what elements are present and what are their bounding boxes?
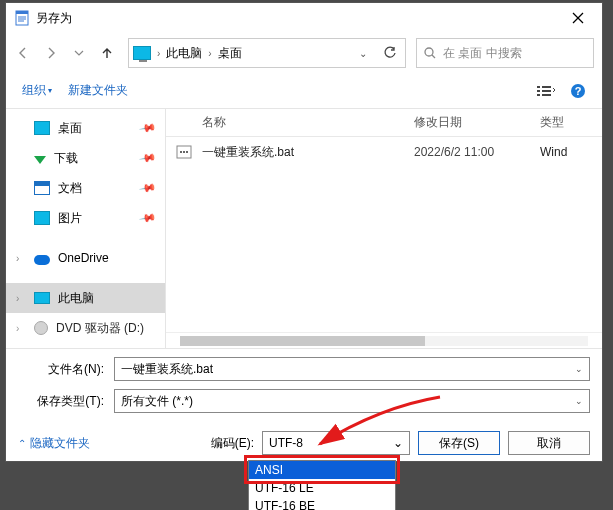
close-icon xyxy=(572,12,584,24)
sidebar-item-downloads[interactable]: 下载📌 xyxy=(6,143,165,173)
dialog-title: 另存为 xyxy=(36,10,556,27)
document-icon xyxy=(34,181,50,195)
refresh-button[interactable] xyxy=(379,42,401,64)
sidebar-item-desktop[interactable]: 桌面📌 xyxy=(6,113,165,143)
back-icon xyxy=(16,46,30,60)
file-type: Wind xyxy=(540,145,602,159)
encoding-select[interactable]: UTF-8⌄ xyxy=(262,431,410,455)
svg-rect-12 xyxy=(542,90,551,92)
chevron-right-icon: › xyxy=(208,48,211,59)
back-button[interactable] xyxy=(10,40,36,66)
toolbar: 组织▾ 新建文件夹 ? xyxy=(6,73,602,109)
file-list-header: 名称 修改日期 类型 xyxy=(166,109,602,137)
recent-button[interactable] xyxy=(66,40,92,66)
pc-icon xyxy=(34,292,50,304)
svg-point-7 xyxy=(425,48,433,56)
filetype-select[interactable]: 所有文件 (*.*)⌄ xyxy=(114,389,590,413)
notepad-icon xyxy=(14,10,30,26)
pin-icon: 📌 xyxy=(139,179,158,198)
refresh-icon xyxy=(383,46,397,60)
horizontal-scrollbar[interactable] xyxy=(166,332,602,348)
forward-button[interactable] xyxy=(38,40,64,66)
new-folder-button[interactable]: 新建文件夹 xyxy=(62,78,134,103)
hide-folders-link[interactable]: ⌃隐藏文件夹 xyxy=(18,435,90,452)
search-input[interactable]: 在 桌面 中搜索 xyxy=(416,38,594,68)
sidebar-item-label: 此电脑 xyxy=(58,290,94,307)
cloud-icon xyxy=(34,255,50,265)
bottom-panel: 文件名(N): 一键重装系统.bat⌄ 保存类型(T): 所有文件 (*.*)⌄… xyxy=(6,348,602,461)
sidebar: 桌面📌 下载📌 文档📌 图片📌 ›OneDrive ›此电脑 ›DVD 驱动器 … xyxy=(6,109,166,348)
chevron-down-icon xyxy=(74,49,84,57)
organize-button[interactable]: 组织▾ xyxy=(16,78,58,103)
sidebar-item-pictures[interactable]: 图片📌 xyxy=(6,203,165,233)
column-name[interactable]: 名称 xyxy=(166,114,414,131)
up-icon xyxy=(100,46,114,60)
sidebar-item-dvd[interactable]: ›DVD 驱动器 (D:) xyxy=(6,313,165,343)
chevron-right-icon: › xyxy=(16,253,19,264)
pin-icon: 📌 xyxy=(139,209,158,228)
pin-icon: 📌 xyxy=(139,119,158,138)
encoding-option-utf16be[interactable]: UTF-16 BE xyxy=(249,497,395,510)
sidebar-item-label: DVD 驱动器 (D:) xyxy=(56,320,146,337)
nav-bar: › 此电脑 › 桌面 ⌄ 在 桌面 中搜索 xyxy=(6,33,602,73)
help-icon: ? xyxy=(570,83,586,99)
chevron-right-icon: › xyxy=(16,323,19,334)
svg-point-19 xyxy=(183,151,185,153)
sidebar-item-this-pc[interactable]: ›此电脑 xyxy=(6,283,165,313)
svg-line-8 xyxy=(432,55,435,58)
svg-point-18 xyxy=(180,151,182,153)
breadcrumb-root[interactable]: 此电脑 xyxy=(166,45,202,62)
save-button[interactable]: 保存(S) xyxy=(418,431,500,455)
svg-rect-11 xyxy=(537,90,540,92)
address-bar[interactable]: › 此电脑 › 桌面 ⌄ xyxy=(128,38,406,68)
search-placeholder: 在 桌面 中搜索 xyxy=(443,45,522,62)
sidebar-item-onedrive[interactable]: ›OneDrive xyxy=(6,243,165,273)
dvd-icon xyxy=(34,321,48,335)
view-button[interactable] xyxy=(532,80,560,102)
titlebar: 另存为 xyxy=(6,3,602,33)
up-button[interactable] xyxy=(94,40,120,66)
address-dropdown[interactable]: ⌄ xyxy=(353,48,373,59)
sidebar-item-label: 桌面 xyxy=(58,120,82,137)
filename-input[interactable]: 一键重装系统.bat⌄ xyxy=(114,357,590,381)
sidebar-item-documents[interactable]: 文档📌 xyxy=(6,173,165,203)
help-button[interactable]: ? xyxy=(564,80,592,102)
close-button[interactable] xyxy=(556,4,600,32)
sidebar-item-label: 文档 xyxy=(58,180,82,197)
pc-icon xyxy=(133,46,151,60)
filetype-label: 保存类型(T): xyxy=(18,393,114,410)
encoding-option-utf16le[interactable]: UTF-16 LE xyxy=(249,479,395,497)
dialog-body: 桌面📌 下载📌 文档📌 图片📌 ›OneDrive ›此电脑 ›DVD 驱动器 … xyxy=(6,109,602,348)
sidebar-item-label: 下载 xyxy=(54,150,78,167)
picture-icon xyxy=(34,211,50,225)
file-name: 一键重装系统.bat xyxy=(202,144,414,161)
file-date: 2022/6/2 11:00 xyxy=(414,145,540,159)
svg-point-20 xyxy=(186,151,188,153)
svg-rect-1 xyxy=(16,11,28,14)
forward-icon xyxy=(44,46,58,60)
encoding-label: 编码(E): xyxy=(211,435,254,452)
search-icon xyxy=(423,46,437,60)
svg-rect-10 xyxy=(542,86,551,88)
column-date[interactable]: 修改日期 xyxy=(414,114,540,131)
pin-icon: 📌 xyxy=(139,149,158,168)
save-as-dialog: 另存为 › 此电脑 › 桌面 ⌄ 在 桌面 中搜索 组织▾ 新建文件夹 ? xyxy=(5,2,603,462)
column-type[interactable]: 类型 xyxy=(540,114,602,131)
breadcrumb-path[interactable]: 桌面 xyxy=(218,45,242,62)
svg-rect-9 xyxy=(537,86,540,88)
encoding-option-ansi[interactable]: ANSI xyxy=(249,461,395,479)
svg-rect-13 xyxy=(537,94,540,96)
svg-text:?: ? xyxy=(575,85,582,97)
chevron-right-icon: › xyxy=(16,293,19,304)
cancel-button[interactable]: 取消 xyxy=(508,431,590,455)
sidebar-item-label: OneDrive xyxy=(58,251,109,265)
desktop-icon xyxy=(34,121,50,135)
encoding-dropdown: ANSI UTF-16 LE UTF-16 BE xyxy=(248,460,396,510)
file-row[interactable]: 一键重装系统.bat 2022/6/2 11:00 Wind xyxy=(166,137,602,167)
download-icon xyxy=(34,156,46,164)
svg-rect-14 xyxy=(542,94,551,96)
view-icon xyxy=(536,84,556,98)
filename-label: 文件名(N): xyxy=(18,361,114,378)
sidebar-item-label: 图片 xyxy=(58,210,82,227)
file-list: 名称 修改日期 类型 一键重装系统.bat 2022/6/2 11:00 Win… xyxy=(166,109,602,348)
